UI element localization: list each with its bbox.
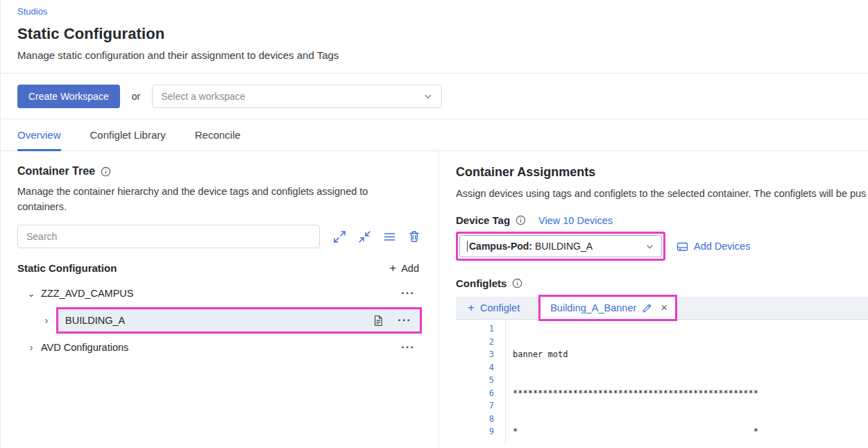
tree-row-avd-configurations[interactable]: › AVD Configurations ··· <box>17 337 422 358</box>
workspace-select[interactable]: Select a workspace <box>152 85 442 108</box>
info-icon[interactable] <box>512 278 522 288</box>
line-number: 6 <box>456 387 494 400</box>
view-devices-link[interactable]: View 10 Devices <box>538 215 613 226</box>
line-number: 2 <box>456 336 494 349</box>
more-options-icon[interactable]: ··· <box>398 317 411 324</box>
tab-reconcile[interactable]: Reconcile <box>195 119 241 151</box>
search-input[interactable] <box>17 225 320 248</box>
line-number-gutter: 1 2 3 4 5 6 7 8 9 <box>456 320 506 445</box>
add-container-button[interactable]: + Add <box>389 263 422 274</box>
line-number: 1 <box>456 322 494 336</box>
workspace-select-placeholder: Select a workspace <box>161 91 245 102</box>
code-line: ****************************************… <box>513 387 758 400</box>
selected-container-highlight[interactable]: BUILDING_A ··· <box>56 307 422 334</box>
configlet-tab-building-a-banner[interactable]: Building_A_Banner × <box>538 295 677 321</box>
configlet-assigned-icon <box>373 315 384 327</box>
list-view-icon[interactable] <box>383 230 396 243</box>
line-number: 7 <box>456 399 494 413</box>
add-devices-button[interactable]: Add Devices <box>676 241 750 252</box>
add-configlet-label: Configlet <box>480 302 520 313</box>
add-devices-label: Add Devices <box>694 241 750 252</box>
device-tag-select[interactable]: Campus-Pod: BUILDING_A <box>459 235 662 257</box>
chevron-down-icon <box>423 92 433 101</box>
configlets-label: Configlets <box>456 277 507 289</box>
tree-item-label: ZZZ_AVD_CAMPUS <box>41 288 133 299</box>
close-icon[interactable]: × <box>661 303 667 313</box>
collapse-all-icon[interactable] <box>358 230 371 243</box>
tree-row-zzz-avd-campus[interactable]: ⌄ ZZZ_AVD_CAMPUS ··· <box>17 283 422 304</box>
device-tag-select-highlight: Campus-Pod: BUILDING_A <box>456 232 665 261</box>
tree-item-label: AVD Configurations <box>41 342 128 353</box>
tab-overview[interactable]: Overview <box>17 119 61 151</box>
breadcrumb-studios-link[interactable]: Studios <box>17 6 47 17</box>
delete-icon[interactable] <box>408 230 420 243</box>
expand-all-icon[interactable] <box>333 230 346 243</box>
tree-row-building-a[interactable]: › BUILDING_A ··· <box>17 307 422 334</box>
or-label: or <box>132 91 140 102</box>
code-content[interactable]: banner motd ****************************… <box>506 320 758 445</box>
container-assignments-description: Assign devices using tags and configlets… <box>456 188 868 199</box>
configlet-code-editor[interactable]: 1 2 3 4 5 6 7 8 9 banner motd **********… <box>456 319 868 445</box>
tree-item-label: BUILDING_A <box>65 315 125 326</box>
chevron-right-icon[interactable]: › <box>41 316 52 325</box>
add-container-label: Add <box>401 263 419 274</box>
container-tree-description: Manage the container hierarchy and the d… <box>17 184 385 214</box>
code-line: * * <box>513 425 758 438</box>
line-number: 8 <box>456 413 494 426</box>
plus-icon: + <box>389 264 396 273</box>
static-configuration-page: Studios Static Configuration Manage stat… <box>0 0 868 448</box>
configlet-tab-label[interactable]: Building_A_Banner <box>550 302 636 313</box>
code-line: banner motd <box>513 348 758 361</box>
info-icon[interactable] <box>516 215 526 225</box>
chevron-down-icon[interactable]: ⌄ <box>26 288 37 298</box>
page-title: Static Configuration <box>17 25 851 43</box>
more-options-icon[interactable]: ··· <box>401 290 415 297</box>
device-icon <box>676 241 688 252</box>
content-area: Container Tree Manage the container hier… <box>1 151 868 448</box>
more-options-icon[interactable]: ··· <box>401 344 415 351</box>
device-tag-key: Campus-Pod: <box>469 241 532 252</box>
add-configlet-button[interactable]: + Configlet <box>456 297 531 319</box>
text-cursor <box>467 241 468 252</box>
tab-bar: Overview Configlet Library Reconcile <box>1 119 868 151</box>
plus-icon: + <box>468 303 475 313</box>
configlet-tab-bar: + Configlet Building_A_Banner × <box>456 297 868 319</box>
info-icon[interactable] <box>101 166 111 177</box>
container-tree-panel: Container Tree Manage the container hier… <box>1 151 439 448</box>
edit-pencil-icon[interactable] <box>642 303 652 313</box>
device-tag-value: BUILDING_A <box>532 241 593 252</box>
line-number: 9 <box>456 425 494 438</box>
container-tree-title: Container Tree <box>17 165 95 178</box>
container-assignments-panel: Container Assignments Assign devices usi… <box>439 151 868 448</box>
device-tag-label: Device Tag <box>456 214 510 226</box>
line-number: 4 <box>456 361 494 374</box>
workspace-row: Create Workspace or Select a workspace <box>1 74 868 119</box>
chevron-right-icon[interactable]: › <box>26 343 37 352</box>
tab-configlet-library[interactable]: Configlet Library <box>90 119 166 151</box>
chevron-down-icon <box>645 242 654 251</box>
page-subtitle: Manage static configuration and their as… <box>17 49 851 61</box>
container-tree: ⌄ ZZZ_AVD_CAMPUS ··· › BUILDING_A ··· <box>17 283 422 358</box>
line-number: 3 <box>456 348 494 361</box>
create-workspace-button[interactable]: Create Workspace <box>17 85 120 108</box>
tree-section-label: Static Configuration <box>17 262 117 274</box>
page-header: Studios Static Configuration Manage stat… <box>1 0 868 74</box>
container-assignments-title: Container Assignments <box>456 165 868 180</box>
line-number: 5 <box>456 374 494 387</box>
